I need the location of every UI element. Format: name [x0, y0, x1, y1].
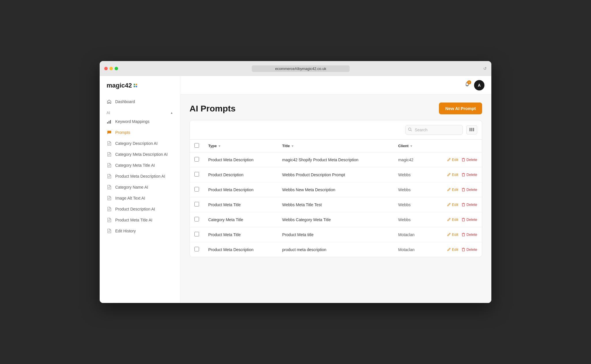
notification-button[interactable]: 0	[464, 81, 470, 89]
delete-button-1[interactable]: Delete	[462, 172, 477, 177]
sidebar-item-prompts[interactable]: Prompts	[100, 127, 180, 138]
row-client-5: Motaclan	[393, 227, 428, 242]
row-title-6: product meta description	[278, 242, 394, 257]
sidebar-product-meta-description-ai-label: Product Meta Description AI	[115, 174, 165, 179]
delete-button-3[interactable]: Delete	[462, 202, 477, 207]
table-row: Product Description Webbs Product Descri…	[190, 167, 482, 182]
client-header-label: Client	[398, 144, 408, 148]
edit-button-1[interactable]: Edit	[447, 172, 458, 177]
browser-chrome: ↺	[100, 61, 491, 76]
close-window-button[interactable]	[104, 67, 108, 70]
type-header-label: Type	[208, 144, 217, 148]
table-row: Product Meta Description magic42 Shopify…	[190, 152, 482, 167]
delete-button-5[interactable]: Delete	[462, 232, 477, 237]
title-column-header[interactable]: Title ▼	[278, 140, 394, 152]
edit-button-3[interactable]: Edit	[447, 202, 458, 207]
sidebar-item-product-description-ai[interactable]: Product Description AI	[100, 204, 180, 215]
row-type-6: Product Meta Description	[204, 242, 278, 257]
delete-button-0[interactable]: Delete	[462, 158, 477, 162]
sidebar-navigation: Dashboard AI ▲ Keywor	[100, 96, 180, 297]
url-input[interactable]	[252, 65, 350, 72]
sidebar-product-meta-title-ai-label: Product Meta Title AI	[115, 218, 152, 222]
row-checkbox-cell[interactable]	[190, 242, 204, 257]
row-actions-4: Edit Delete	[428, 212, 482, 227]
row-checkbox-6[interactable]	[194, 247, 199, 251]
logo: magic42	[107, 82, 173, 89]
ai-section-label: AI	[107, 111, 110, 115]
row-checkbox-1[interactable]	[194, 172, 199, 177]
new-ai-prompt-button[interactable]: New AI Prompt	[439, 103, 482, 114]
header-actions: 0 A	[464, 80, 484, 90]
type-column-header[interactable]: Type ▼	[204, 140, 278, 152]
logo-dot-1	[134, 84, 135, 85]
search-input[interactable]	[405, 125, 463, 135]
row-checkbox-2[interactable]	[194, 187, 199, 192]
main-content: AI Prompts New AI Prompt	[180, 94, 491, 303]
minimize-window-button[interactable]	[109, 67, 113, 70]
sidebar-prompts-label: Prompts	[115, 130, 130, 135]
row-type-2: Product Meta Description	[204, 182, 278, 197]
svg-line-23	[411, 130, 412, 131]
sidebar-item-product-meta-title-ai[interactable]: Product Meta Title AI	[100, 215, 180, 225]
avatar-button[interactable]: A	[474, 80, 484, 90]
row-actions-1: Edit Delete	[428, 167, 482, 182]
ai-section-header: AI ▲	[100, 107, 180, 116]
logo-text: magic42	[107, 82, 132, 89]
row-checkbox-cell[interactable]	[190, 182, 204, 197]
svg-rect-24	[469, 128, 471, 131]
search-wrap	[405, 125, 463, 135]
row-client-1: Webbs	[393, 167, 428, 182]
table-row: Product Meta Title Product Meta title Mo…	[190, 227, 482, 242]
search-icon	[408, 128, 412, 132]
maximize-window-button[interactable]	[115, 67, 118, 70]
delete-button-6[interactable]: Delete	[462, 247, 477, 252]
svg-rect-2	[110, 120, 111, 124]
title-sort-icon: ▼	[291, 144, 294, 148]
sidebar-item-category-meta-description-ai[interactable]: Category Meta Description AI	[100, 149, 180, 160]
row-checkbox-cell[interactable]	[190, 167, 204, 182]
edit-button-6[interactable]: Edit	[447, 247, 458, 252]
sidebar-item-product-meta-description-ai[interactable]: Product Meta Description AI	[100, 171, 180, 182]
row-checkbox-cell[interactable]	[190, 197, 204, 212]
sidebar-item-keyword-mappings[interactable]: Keyword Mappings	[100, 116, 180, 127]
sidebar-item-edit-history[interactable]: Edit History	[100, 225, 180, 236]
row-checkbox-cell[interactable]	[190, 227, 204, 242]
row-actions-6: Edit Delete	[428, 242, 482, 257]
row-checkbox-4[interactable]	[194, 217, 199, 221]
edit-button-4[interactable]: Edit	[447, 217, 458, 222]
table-toolbar	[190, 120, 482, 140]
file-icon-8	[107, 217, 112, 223]
url-bar	[122, 65, 480, 72]
sidebar-category-description-ai-label: Category Description AI	[115, 141, 158, 146]
sidebar-image-alt-text-ai-label: Image Alt Text AI	[115, 196, 145, 200]
row-checkbox-3[interactable]	[194, 202, 199, 206]
row-checkbox-5[interactable]	[194, 232, 199, 236]
client-column-header[interactable]: Client ▼	[393, 140, 428, 152]
sidebar-item-category-name-ai[interactable]: Category Name AI	[100, 182, 180, 193]
table-header: Type ▼ Title ▼	[190, 140, 482, 152]
row-actions-0: Edit Delete	[428, 152, 482, 167]
delete-button-4[interactable]: Delete	[462, 217, 477, 222]
row-checkbox-cell[interactable]	[190, 152, 204, 167]
sidebar-item-dashboard[interactable]: Dashboard	[100, 96, 180, 107]
edit-button-2[interactable]: Edit	[447, 187, 458, 192]
row-type-3: Product Meta Title	[204, 197, 278, 212]
home-icon	[107, 99, 112, 104]
svg-rect-0	[107, 122, 108, 124]
delete-button-2[interactable]: Delete	[462, 187, 477, 192]
columns-toggle-button[interactable]	[466, 125, 477, 134]
sidebar-item-category-meta-title-ai[interactable]: Category Meta Title AI	[100, 160, 180, 171]
row-checkbox-cell[interactable]	[190, 212, 204, 227]
edit-button-5[interactable]: Edit	[447, 232, 458, 237]
logo-area: magic42	[100, 82, 180, 96]
row-checkbox-0[interactable]	[194, 157, 199, 162]
edit-button-0[interactable]: Edit	[447, 158, 458, 162]
table-row: Product Meta Title Webbs Meta Title Test…	[190, 197, 482, 212]
select-all-checkbox[interactable]	[194, 143, 199, 148]
reload-icon[interactable]: ↺	[483, 66, 487, 71]
actions-column-header	[428, 140, 482, 152]
sidebar-item-image-alt-text-ai[interactable]: Image Alt Text AI	[100, 193, 180, 204]
sidebar-item-category-description-ai[interactable]: Category Description AI	[100, 138, 180, 149]
chevron-up-icon[interactable]: ▲	[170, 111, 173, 114]
notification-badge: 0	[467, 80, 471, 84]
